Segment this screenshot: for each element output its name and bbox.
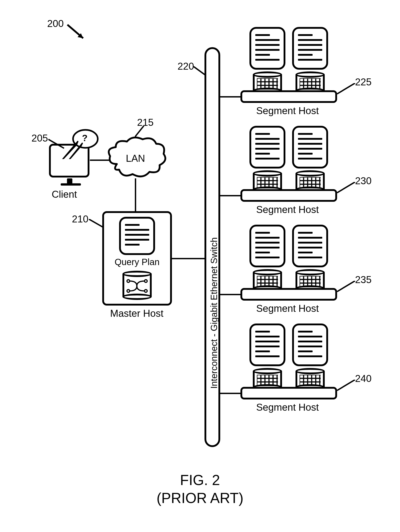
- conn-master-switch: [172, 258, 204, 259]
- client-stand-icon: [67, 178, 72, 184]
- seg3-doc1-icon: [249, 225, 286, 267]
- ref-235: 235: [355, 274, 371, 285]
- svg-line-10: [193, 66, 206, 75]
- seg2-base: [241, 189, 337, 202]
- master-doc-icon: [119, 217, 155, 255]
- svg-line-74: [337, 281, 355, 291]
- conn-seg4: [220, 393, 241, 394]
- ref-210: 210: [72, 213, 88, 225]
- conn-seg2: [220, 195, 241, 196]
- leader-240-icon: [337, 380, 357, 393]
- client-base-icon: [61, 183, 81, 186]
- leader-235-icon: [337, 281, 357, 294]
- seg1-doc2-icon: [292, 27, 328, 70]
- seg1-doc1-icon: [249, 27, 286, 70]
- seg4-base: [241, 387, 337, 399]
- ref-200: 200: [47, 18, 63, 29]
- svg-point-9: [145, 290, 147, 292]
- svg-point-7: [145, 280, 147, 282]
- seg4-label: Segment Host: [256, 402, 319, 413]
- leader-225-icon: [337, 83, 357, 97]
- question-mark: ?: [82, 133, 87, 143]
- svg-point-8: [127, 290, 130, 292]
- figure-caption-line1: FIG. 2: [9, 472, 391, 488]
- master-host-label: Master Host: [110, 308, 163, 319]
- figure-caption-line2: (PRIOR ART): [9, 490, 391, 507]
- seg4-doc2-icon: [292, 323, 328, 366]
- ref-205: 205: [32, 133, 48, 144]
- conn-seg3: [220, 294, 241, 295]
- ref-230: 230: [355, 175, 371, 186]
- leader-230-icon: [337, 182, 357, 196]
- arrow-200-icon: [65, 22, 92, 45]
- seg3-base: [241, 288, 337, 301]
- seg1-label: Segment Host: [256, 105, 319, 116]
- query-plan-label: Query Plan: [114, 257, 159, 267]
- conn-seg1: [220, 96, 241, 97]
- svg-line-32: [337, 83, 355, 94]
- conn-lan-master: [135, 178, 136, 212]
- diagram-container: 200 205 ? Client 215 LAN 210 Query: [9, 9, 391, 523]
- client-label: Client: [52, 189, 77, 200]
- switch-label: Interconnect - Gigabit Ethernet Switch: [209, 237, 219, 389]
- seg3-label: Segment Host: [256, 303, 319, 314]
- master-db-icon: [122, 271, 152, 300]
- seg3-doc2-icon: [292, 225, 328, 267]
- ref-220: 220: [178, 61, 194, 72]
- seg2-label: Segment Host: [256, 204, 319, 215]
- lan-label: LAN: [126, 153, 145, 164]
- seg2-doc2-icon: [292, 126, 328, 169]
- svg-line-95: [337, 380, 355, 391]
- ref-225: 225: [355, 76, 371, 88]
- svg-rect-11: [257, 78, 278, 89]
- svg-point-6: [127, 280, 130, 282]
- ref-240: 240: [355, 373, 371, 384]
- seg2-doc1-icon: [249, 126, 286, 169]
- svg-line-53: [337, 182, 355, 193]
- leader-220-icon: [193, 66, 209, 77]
- seg1-base: [241, 90, 337, 103]
- seg4-doc1-icon: [249, 323, 286, 366]
- speech-bubble-icon: [61, 128, 101, 159]
